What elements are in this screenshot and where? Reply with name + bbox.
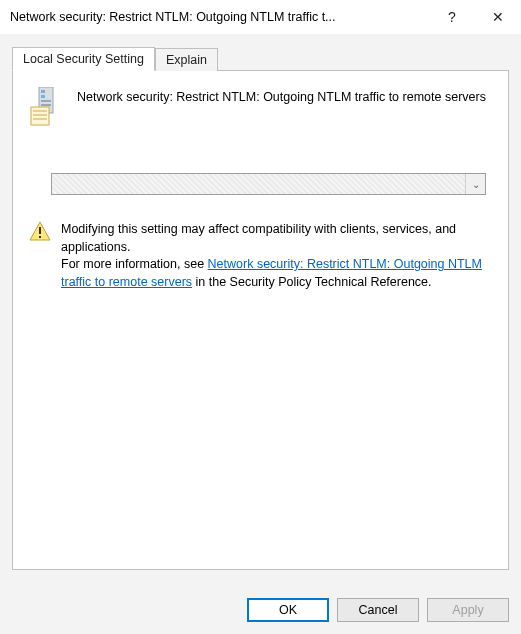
svg-rect-3 xyxy=(41,100,51,102)
svg-rect-4 xyxy=(41,104,51,106)
close-button[interactable]: ✕ xyxy=(475,0,521,34)
chevron-down-icon: ⌄ xyxy=(465,174,485,194)
tab-panel: Network security: Restrict NTLM: Outgoin… xyxy=(12,70,509,570)
window-title: Network security: Restrict NTLM: Outgoin… xyxy=(10,10,429,24)
tab-local-security-setting[interactable]: Local Security Setting xyxy=(12,47,155,71)
tab-strip: Local Security Setting Explain xyxy=(12,46,509,70)
dropdown-container: ⌄ xyxy=(51,173,486,195)
warning-more-suffix: in the Security Policy Technical Referen… xyxy=(192,275,431,289)
policy-value-dropdown[interactable]: ⌄ xyxy=(51,173,486,195)
warning-line1: Modifying this setting may affect compat… xyxy=(61,222,456,254)
warning-row: Modifying this setting may affect compat… xyxy=(29,221,492,291)
client-area: Local Security Setting Explain Network s… xyxy=(0,34,521,634)
titlebar: Network security: Restrict NTLM: Outgoin… xyxy=(0,0,521,34)
warning-text: Modifying this setting may affect compat… xyxy=(61,221,492,291)
warning-icon xyxy=(29,221,51,241)
policy-title: Network security: Restrict NTLM: Outgoin… xyxy=(77,87,486,106)
dropdown-field xyxy=(52,174,465,194)
ok-button[interactable]: OK xyxy=(247,598,329,622)
svg-rect-11 xyxy=(39,236,41,238)
cancel-button[interactable]: Cancel xyxy=(337,598,419,622)
svg-rect-1 xyxy=(41,90,45,93)
policy-header: Network security: Restrict NTLM: Outgoin… xyxy=(29,87,492,127)
apply-button[interactable]: Apply xyxy=(427,598,509,622)
help-button[interactable]: ? xyxy=(429,0,475,34)
server-policy-icon xyxy=(29,87,65,127)
svg-rect-5 xyxy=(31,107,49,125)
tab-explain[interactable]: Explain xyxy=(155,48,218,71)
warning-more-prefix: For more information, see xyxy=(61,257,208,271)
dialog-buttons: OK Cancel Apply xyxy=(247,598,509,622)
svg-rect-2 xyxy=(41,95,45,98)
svg-rect-10 xyxy=(39,227,41,234)
